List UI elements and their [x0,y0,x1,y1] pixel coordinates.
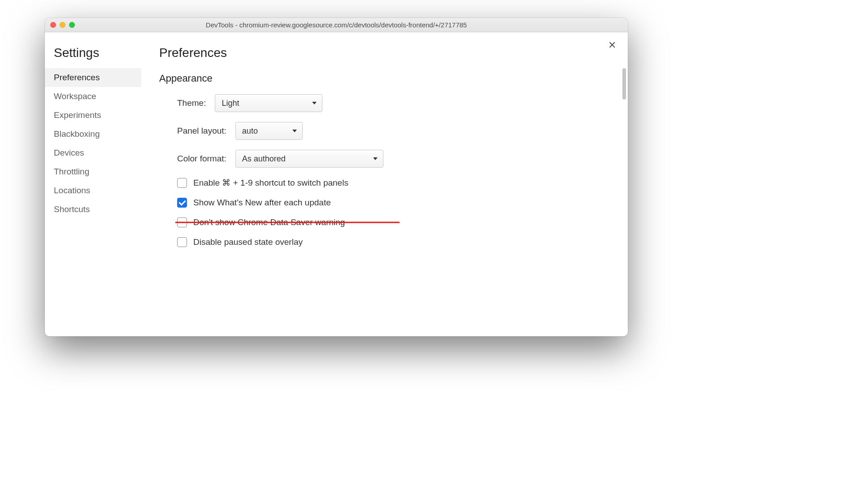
color-format-select[interactable]: As authored [235,150,383,168]
option-label: Disable paused state overlay [193,237,303,247]
panel-layout-row: Panel layout: auto [177,122,610,140]
titlebar: DevTools - chromium-review.googlesource.… [45,18,628,32]
page-title: Preferences [159,46,610,60]
option-label: Enable ⌘ + 1-9 shortcut to switch panels [193,178,348,188]
panel-layout-select[interactable]: auto [235,122,303,140]
checkbox[interactable] [177,237,187,247]
section-appearance: Appearance [159,73,610,84]
sidebar-item-workspace[interactable]: Workspace [45,87,141,106]
traffic-lights [50,22,75,28]
option-row: Don't show Chrome Data Saver warning [177,217,610,227]
minimize-window-icon[interactable] [60,22,65,28]
sidebar-item-experiments[interactable]: Experiments [45,106,141,125]
color-format-row: Color format: As authored [177,150,610,168]
window-title: DevTools - chromium-review.googlesource.… [45,21,628,29]
checkbox[interactable] [177,178,187,188]
strikethrough-annotation [175,222,400,223]
theme-value: Light [222,99,239,108]
devtools-window: DevTools - chromium-review.googlesource.… [45,18,628,336]
settings-sidebar: Settings PreferencesWorkspaceExperiments… [45,32,141,336]
sidebar-item-shortcuts[interactable]: Shortcuts [45,200,141,219]
close-window-icon[interactable] [50,22,56,28]
chevron-down-icon [373,157,378,160]
scrollbar-thumb[interactable] [622,68,626,100]
sidebar-item-throttling[interactable]: Throttling [45,162,141,181]
fullscreen-window-icon[interactable] [69,22,75,28]
option-row: Show What's New after each update [177,198,610,208]
sidebar-item-preferences[interactable]: Preferences [45,68,141,87]
panel-layout-value: auto [242,126,258,136]
sidebar-item-devices[interactable]: Devices [45,143,141,162]
close-icon[interactable]: ✕ [608,39,616,51]
content-area: Settings PreferencesWorkspaceExperiments… [45,32,628,336]
option-row: Disable paused state overlay [177,237,610,247]
panel-layout-label: Panel layout: [177,126,226,136]
theme-label: Theme: [177,98,206,108]
sidebar-item-blackboxing[interactable]: Blackboxing [45,125,141,143]
theme-select[interactable]: Light [215,94,322,112]
theme-row: Theme: Light [177,94,610,112]
option-label: Show What's New after each update [193,198,331,208]
main-panel: ✕ Preferences Appearance Theme: Light Pa… [141,32,628,336]
color-format-value: As authored [242,154,286,164]
checkbox[interactable] [177,198,187,208]
sidebar-heading: Settings [45,46,141,68]
chevron-down-icon [312,102,317,104]
chevron-down-icon [292,130,297,132]
option-row: Enable ⌘ + 1-9 shortcut to switch panels [177,178,610,188]
color-format-label: Color format: [177,154,226,164]
sidebar-item-locations[interactable]: Locations [45,181,141,200]
